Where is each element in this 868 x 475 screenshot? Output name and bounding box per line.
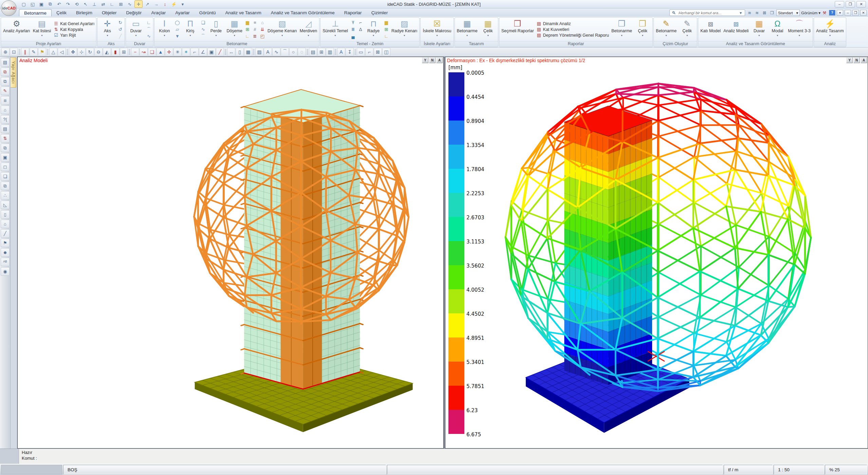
copy-icon[interactable]: ⧉: [1, 144, 10, 152]
wand-icon[interactable]: ╱: [216, 48, 224, 56]
copy-story-icon[interactable]: ⧉: [1, 68, 10, 76]
minimize-icon[interactable]: –: [835, 1, 844, 7]
tab-birlesim[interactable]: Birleşim: [71, 9, 97, 16]
rotate-ccw-icon[interactable]: ↺: [117, 26, 124, 33]
group-icon[interactable]: ❏: [1, 172, 10, 181]
close-icon[interactable]: ✕: [856, 1, 866, 7]
slope-icon[interactable]: ◺: [1, 201, 10, 209]
corner-icon[interactable]: ∟: [108, 0, 116, 8]
trim-arrow-icon[interactable]: ↗: [143, 0, 151, 8]
snap-move-icon[interactable]: ⊹: [77, 48, 86, 56]
viewport-deformation[interactable]: Deformasyon : Ex - Ek dışmerkezlikli tep…: [445, 57, 868, 449]
arrange-icon[interactable]: ⧉: [1, 182, 10, 190]
analiz-tasarim-button[interactable]: ⚡Analiz Tasarım▾: [815, 18, 845, 40]
open-icon[interactable]: ◱: [29, 0, 37, 8]
viewport-n-button[interactable]: N: [429, 57, 436, 63]
trim-icon[interactable]: −: [131, 48, 139, 56]
compass-icon[interactable]: △: [49, 48, 57, 56]
bracket-icon[interactable]: ⌐: [357, 19, 364, 26]
child-close-icon[interactable]: ✕: [860, 10, 867, 16]
load-icon[interactable]: ⇊: [259, 26, 266, 33]
text-icon[interactable]: A: [264, 48, 272, 56]
note-flag-icon[interactable]: ⚑: [38, 48, 46, 56]
merdiven-button[interactable]: ◿Merdiven▾: [299, 18, 318, 40]
structure-tree-tab[interactable]: Yapı Ağacı: [11, 57, 16, 88]
crop-icon[interactable]: ⊠: [374, 48, 382, 56]
slab-corner-icon[interactable]: ∟: [244, 33, 251, 39]
tab-cizimler[interactable]: Çizimler: [367, 9, 393, 16]
kite-icon[interactable]: ◁: [58, 48, 66, 56]
select-window-icon[interactable]: ◻: [1, 163, 10, 171]
viewport-y-button[interactable]: Y: [846, 57, 853, 63]
command-search[interactable]: 🔍︎ ▾: [669, 10, 745, 16]
stamp-icon[interactable]: ❏: [148, 48, 156, 56]
tab-objeler[interactable]: Objeler: [97, 9, 122, 16]
burst-icon[interactable]: ✳: [173, 48, 182, 56]
quick-analysis-icon[interactable]: ⚡: [170, 0, 178, 8]
kat-kuvvetleri-button[interactable]: ▤Kat Kuvvetleri: [536, 27, 610, 32]
bracket-icon[interactable]: ⌐: [365, 48, 373, 56]
osnap-lock-icon[interactable]: ✛: [134, 0, 143, 8]
celik-button[interactable]: ❒Çelik▾: [634, 18, 651, 40]
view-settings-icon[interactable]: ⚒︎: [821, 11, 828, 15]
paste-icon[interactable]: ▣: [1, 153, 10, 162]
extend-icon[interactable]: ↝: [140, 48, 148, 56]
line-disabled-icon[interactable]: ╱: [117, 33, 124, 39]
slab-span-icon[interactable]: ⊞: [244, 26, 251, 33]
plus-icon[interactable]: ✛: [165, 48, 173, 56]
mirror-icon[interactable]: ◭: [103, 48, 111, 56]
diagonal-icon[interactable]: ╱: [1, 229, 10, 238]
dim-icon[interactable]: ↔: [227, 48, 235, 56]
bell-icon[interactable]: Δ: [357, 26, 364, 33]
send-back-icon[interactable]: ≋: [746, 11, 753, 15]
column-flag-icon[interactable]: ⚑: [1, 239, 10, 247]
freeform-icon[interactable]: ◌: [298, 48, 306, 56]
child-restore-icon[interactable]: ❐: [852, 10, 859, 16]
polygon-column-icon[interactable]: ▱: [174, 26, 181, 33]
tab-betonarme[interactable]: Betonarme: [19, 9, 52, 16]
arc-beam-icon[interactable]: ⌒: [200, 33, 206, 39]
column-red-icon[interactable]: ▮: [111, 48, 119, 56]
tab-degistir[interactable]: Değiştir: [122, 9, 147, 16]
save-icon[interactable]: ▣: [37, 0, 45, 8]
slab-yellow-icon[interactable]: ▆: [244, 19, 251, 26]
snow-icon[interactable]: ✶: [182, 48, 190, 56]
tab-analiz-ve-tasarim[interactable]: Analiz ve Tasarım: [220, 9, 266, 16]
analiz-modeli-button[interactable]: ⧈Analiz Modeli: [722, 18, 750, 40]
kiris-button[interactable]: ΠKiriş▾: [181, 18, 199, 40]
duvar-button[interactable]: ▭Duvar▾: [127, 18, 145, 40]
snap-pointer-icon[interactable]: ↖: [81, 0, 90, 8]
betonarme-button[interactable]: ✎Betonarme▾: [655, 18, 678, 40]
search-input[interactable]: [678, 11, 737, 15]
rotate-cw-icon[interactable]: ↻: [117, 19, 124, 26]
betonarme-button[interactable]: ▦Betonarme▾: [456, 18, 479, 40]
sheet-icon[interactable]: ▥: [326, 48, 334, 56]
doseme-kenari-button[interactable]: ▧Döşeme Kenarı▾: [266, 18, 298, 40]
analiz-ayarlari-button[interactable]: ⚙Analiz Ayarları: [2, 18, 31, 40]
duvar-button[interactable]: ▦Duvar▾: [750, 18, 768, 40]
idecad-logo-icon[interactable]: ideCAD: [1, 0, 17, 16]
properties-icon[interactable]: ▤: [1, 58, 10, 67]
export-icon[interactable]: ↧: [346, 48, 354, 56]
zoom-window-icon[interactable]: ⊡: [10, 48, 18, 56]
font-icon[interactable]: A: [337, 48, 345, 56]
preset-select[interactable]: Standart ▾: [776, 10, 800, 16]
viewport-y-button[interactable]: Y: [422, 57, 428, 63]
find-icon[interactable]: ◉: [1, 267, 10, 276]
raft-yellow-icon[interactable]: ▆: [383, 19, 390, 26]
viewport-a-button[interactable]: A: [436, 57, 443, 63]
deprem-yonetmeligi-genel-raporu-button[interactable]: ▤Deprem Yönetmeliği Genel Raporu: [536, 33, 610, 38]
viewport-a-button[interactable]: A: [861, 57, 867, 63]
stretch-icon[interactable]: ⇄: [99, 0, 107, 8]
bring-front-icon[interactable]: ≋: [754, 11, 760, 15]
cells-icon[interactable]: ⊞: [317, 48, 326, 56]
viewport-n-button[interactable]: N: [853, 57, 860, 63]
status-units[interactable]: tf / m: [724, 465, 773, 474]
iiskele-makrosu-button[interactable]: ☒İskele Makrosu▾: [422, 18, 452, 40]
rect-icon[interactable]: ▭: [357, 48, 365, 56]
radye-kenari-button[interactable]: ▨Radye Kenarı▾: [390, 18, 418, 40]
kat-kopyala-button[interactable]: ⇅Kat Kopyala: [53, 27, 95, 32]
rotate-base-icon[interactable]: ⊖: [94, 48, 103, 56]
blank-icon[interactable]: [357, 33, 364, 39]
raft-corner-icon[interactable]: ∟: [383, 33, 390, 39]
